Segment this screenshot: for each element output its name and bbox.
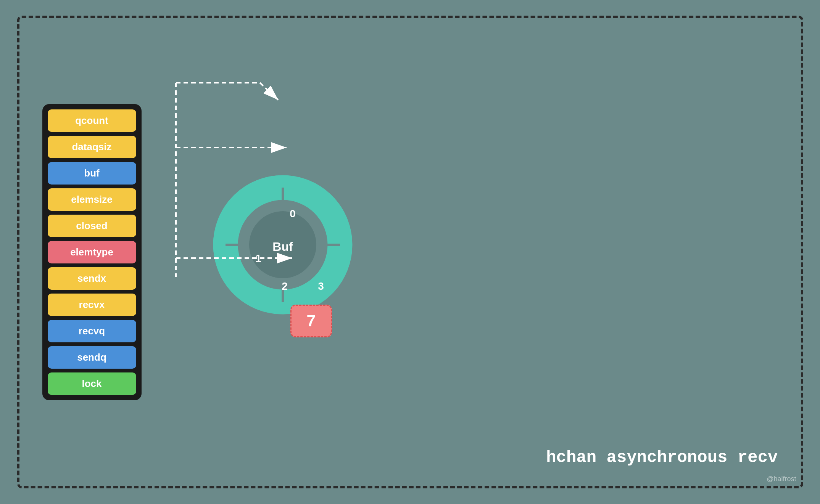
svg-text:2: 2 [282,280,288,292]
svg-text:0: 0 [290,208,296,220]
main-container: qcountdataqsizbufelemsizeclosedelemtypes… [17,16,803,488]
field-buf: buf [48,162,136,185]
field-sendx: sendx [48,267,136,290]
field-recvq: recvq [48,320,136,342]
field-qcount: qcount [48,109,136,132]
field-lock: lock [48,372,136,395]
svg-line-15 [260,83,278,100]
field-dataqsiz: dataqsiz [48,136,136,158]
value-text: 7 [307,312,316,330]
field-sendq: sendq [48,346,136,369]
watermark: @halfrost [767,475,796,483]
field-closed: closed [48,215,136,237]
field-elemsize: elemsize [48,188,136,211]
field-recvx: recvx [48,294,136,316]
diagram-title: hchan asynchronous recv [546,448,778,467]
donut-chart: Buf 0 1 2 3 [210,172,355,317]
svg-text:3: 3 [318,280,324,292]
svg-text:1: 1 [255,252,261,264]
svg-text:Buf: Buf [272,240,293,254]
value-box: 7 [290,305,332,337]
field-elemtype: elemtype [48,241,136,263]
diagram-area: Buf 0 1 2 3 7 [142,33,778,471]
struct-container: qcountdataqsizbufelemsizeclosedelemtypes… [42,104,142,400]
title-text: hchan asynchronous recv [546,448,778,467]
